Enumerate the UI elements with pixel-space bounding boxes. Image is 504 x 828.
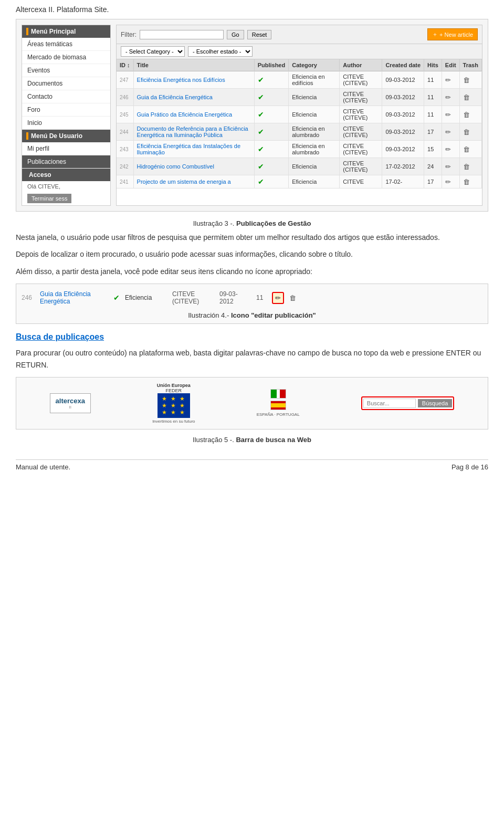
col-author[interactable]: Author bbox=[340, 59, 382, 71]
cell-hits: 11 bbox=[424, 71, 442, 89]
cell-edit[interactable]: ✏ bbox=[442, 89, 459, 106]
illus4-category: Eficiencia bbox=[125, 294, 167, 301]
edit-icon[interactable]: ✏ bbox=[445, 178, 451, 186]
sidebar-item-publicaciones[interactable]: Publicaciones bbox=[22, 155, 110, 169]
trash-icon[interactable]: 🗑 bbox=[463, 128, 470, 136]
sidebar-item-inicio[interactable]: Inicio bbox=[22, 117, 110, 130]
cell-edit[interactable]: ✏ bbox=[442, 158, 459, 175]
sidebar-item-miperfil[interactable]: Mi perfil bbox=[22, 142, 110, 155]
trash-icon[interactable]: 🗑 bbox=[463, 178, 470, 186]
cell-title[interactable]: Guia Prático da Eficiência Energética bbox=[133, 106, 254, 123]
col-title[interactable]: Title bbox=[133, 59, 254, 71]
edit-icon[interactable]: ✏ bbox=[445, 76, 451, 84]
cell-category: Eficiencia en edifícios bbox=[289, 71, 340, 89]
sidebar-item-contacto[interactable]: Contacto bbox=[22, 90, 110, 103]
cell-trash[interactable]: 🗑 bbox=[459, 175, 481, 188]
category-select[interactable]: - Select Category - bbox=[121, 46, 185, 57]
sidebar-item-areas[interactable]: Áreas temáticas bbox=[22, 38, 110, 51]
article-title-link[interactable]: Hidrogénio como Combustível bbox=[137, 163, 214, 170]
main-panel: Filter: Go Reset ＋ + New article - Selec… bbox=[116, 25, 482, 206]
illus4-edit-icon[interactable]: ✏ bbox=[272, 292, 284, 304]
cell-title[interactable]: Eficiência Energética nos Edifícios bbox=[133, 71, 254, 89]
logout-button[interactable]: Terminar sess bbox=[27, 194, 71, 203]
col-published[interactable]: Published bbox=[254, 59, 289, 71]
cell-author: CITEVE (CITEVE) bbox=[340, 89, 382, 106]
edit-icon[interactable]: ✏ bbox=[445, 93, 451, 101]
sidebar-item-foro[interactable]: Foro bbox=[22, 103, 110, 117]
cell-trash[interactable]: 🗑 bbox=[459, 89, 481, 106]
search-input-small[interactable] bbox=[363, 399, 416, 408]
edit-icon[interactable]: ✏ bbox=[445, 111, 451, 119]
articles-table: ID ↕ Title Published Category Author Cre… bbox=[117, 59, 482, 188]
cell-id: 245 bbox=[117, 106, 133, 123]
cell-edit[interactable]: ✏ bbox=[442, 123, 459, 141]
cell-title[interactable]: Documento de Referência para a Eficiênci… bbox=[133, 123, 254, 141]
edit-icon[interactable]: ✏ bbox=[445, 163, 451, 171]
cell-trash[interactable]: 🗑 bbox=[459, 141, 481, 158]
flags-area: ESPAÑA · PORTUGAL bbox=[257, 389, 300, 417]
article-title-link[interactable]: Eficiência Energética das Instalações de… bbox=[137, 143, 241, 155]
flag-row-es bbox=[270, 401, 286, 410]
sidebar: Menú Principal Áreas temáticas Mercado d… bbox=[22, 25, 111, 206]
go-button[interactable]: Go bbox=[227, 30, 244, 39]
trash-icon[interactable]: 🗑 bbox=[463, 111, 470, 119]
cell-title[interactable]: Hidrogénio como Combustível bbox=[133, 158, 254, 175]
article-title-link[interactable]: Guia Prático da Eficiência Energética bbox=[137, 111, 233, 118]
cell-trash[interactable]: 🗑 bbox=[459, 158, 481, 175]
article-title-link[interactable]: Projecto de um sistema de energia a bbox=[137, 179, 231, 185]
sidebar-item-mercado[interactable]: Mercado de biomasa bbox=[22, 51, 110, 64]
search-button-small[interactable]: Búsqueda bbox=[418, 399, 453, 407]
altercexa-logo-container: altercexa II bbox=[50, 393, 91, 413]
col-hits[interactable]: Hits bbox=[424, 59, 442, 71]
filter-input[interactable] bbox=[140, 30, 224, 39]
reset-button[interactable]: Reset bbox=[247, 30, 272, 39]
cell-edit[interactable]: ✏ bbox=[442, 141, 459, 158]
col-id[interactable]: ID ↕ bbox=[117, 59, 133, 71]
new-article-button[interactable]: ＋ + New article bbox=[427, 28, 478, 40]
cell-edit[interactable]: ✏ bbox=[442, 71, 459, 89]
col-edit[interactable]: Edit bbox=[442, 59, 459, 71]
illustration4-box: 246 Guia da EficiênciaEnergética ✔ Efici… bbox=[16, 284, 488, 324]
sidebar-greeting: Olá CITEVE, bbox=[22, 181, 110, 192]
col-created[interactable]: Created date bbox=[382, 59, 424, 71]
cell-trash[interactable]: 🗑 bbox=[459, 123, 481, 141]
illustration3-screenshot: Menú Principal Áreas temáticas Mercado d… bbox=[16, 19, 488, 212]
sidebar-item-eventos[interactable]: Eventos bbox=[22, 64, 110, 77]
trash-icon[interactable]: 🗑 bbox=[463, 93, 470, 101]
acceso-header: Acceso bbox=[22, 169, 110, 181]
edit-icon[interactable]: ✏ bbox=[445, 145, 451, 153]
cell-title[interactable]: Projecto de um sistema de energia a bbox=[133, 175, 254, 188]
cell-edit[interactable]: ✏ bbox=[442, 175, 459, 188]
cell-category: Eficiencia bbox=[289, 89, 340, 106]
cell-trash[interactable]: 🗑 bbox=[459, 106, 481, 123]
article-title-link[interactable]: Eficiência Energética nos Edifícios bbox=[137, 77, 225, 83]
cell-trash[interactable]: 🗑 bbox=[459, 71, 481, 89]
illustration4-caption: Ilustración 4.- Icono "editar publicació… bbox=[22, 311, 482, 319]
illus4-trash-icon[interactable]: 🗑 bbox=[289, 294, 296, 302]
cell-edit[interactable]: ✏ bbox=[442, 106, 459, 123]
cell-author: CITEVE (CITEVE) bbox=[340, 141, 382, 158]
edit-icon[interactable]: ✏ bbox=[445, 128, 451, 136]
trash-icon[interactable]: 🗑 bbox=[463, 163, 470, 171]
state-select[interactable]: - Escolher estado - bbox=[188, 46, 253, 57]
article-title-link[interactable]: Guia da Eficiência Energética bbox=[137, 94, 213, 100]
cell-hits: 17 bbox=[424, 175, 442, 188]
cell-author: CITEVE bbox=[340, 175, 382, 188]
col-category[interactable]: Category bbox=[289, 59, 340, 71]
illus4-title[interactable]: Guia da EficiênciaEnergética bbox=[40, 290, 108, 305]
table-row: 242 Hidrogénio como Combustível ✔ Eficie… bbox=[117, 158, 482, 175]
plus-icon: ＋ bbox=[432, 30, 438, 38]
cell-hits: 11 bbox=[424, 106, 442, 123]
cell-title[interactable]: Guia da Eficiência Energética bbox=[133, 89, 254, 106]
acceso-label: Acceso bbox=[29, 171, 51, 179]
cell-title[interactable]: Eficiência Energética das Instalações de… bbox=[133, 141, 254, 158]
trash-icon[interactable]: 🗑 bbox=[463, 145, 470, 153]
cell-date: 09-03-2012 bbox=[382, 106, 424, 123]
col-trash[interactable]: Trash bbox=[459, 59, 481, 71]
table-row: 243 Eficiência Energética das Instalaçõe… bbox=[117, 141, 482, 158]
cell-id: 242 bbox=[117, 158, 133, 175]
trash-icon[interactable]: 🗑 bbox=[463, 76, 470, 84]
article-title-link[interactable]: Documento de Referência para a Eficiênci… bbox=[137, 125, 248, 138]
sidebar-item-documentos[interactable]: Documentos bbox=[22, 77, 110, 90]
eu-text1: Unión Europea bbox=[157, 383, 191, 388]
